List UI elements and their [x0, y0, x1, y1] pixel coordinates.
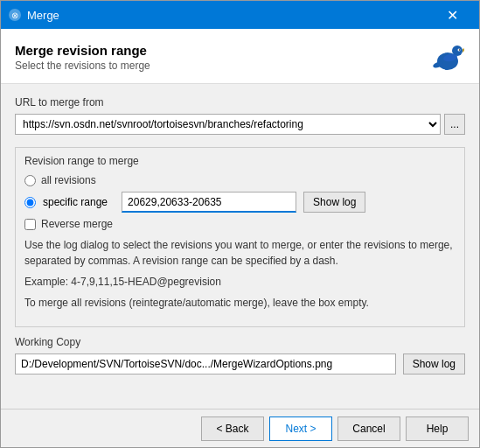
close-button[interactable]: ✕ [432, 1, 472, 29]
header-subtitle: Select the revisions to merge [15, 60, 150, 72]
revision-group-title: Revision range to merge [24, 155, 456, 167]
auto-merge-text: To merge all revisions (reintegrate/auto… [24, 295, 456, 311]
revision-range-input[interactable] [122, 192, 296, 213]
header-title: Merge revision range [15, 43, 150, 58]
working-copy-row: Show log [15, 354, 465, 374]
content-area: URL to merge from https://svn.osdn.net/s… [1, 84, 479, 409]
url-input[interactable]: https://svn.osdn.net/svnroot/tortoisesvn… [15, 114, 441, 135]
working-copy-label: Working Copy [15, 336, 465, 348]
url-browse-button[interactable]: ... [444, 114, 465, 135]
all-revisions-radio[interactable] [24, 175, 36, 186]
back-button[interactable]: < Back [201, 416, 264, 441]
titlebar: ⊗ Merge ✕ [1, 1, 479, 29]
svg-marker-4 [463, 47, 464, 52]
header-text: Merge revision range Select the revision… [15, 43, 150, 72]
window-title: Merge [27, 9, 432, 22]
help-button[interactable]: Help [406, 416, 469, 441]
header-banner: Merge revision range Select the revision… [1, 29, 479, 84]
url-row: https://svn.osdn.net/svnroot/tortoisesvn… [15, 114, 465, 135]
example-text: Example: 4-7,9,11,15-HEAD@pegrevision [24, 276, 456, 288]
tortoise-logo [430, 39, 465, 74]
working-copy-section: Working Copy Show log [15, 336, 465, 374]
url-label: URL to merge from [15, 96, 465, 108]
reverse-merge-label: Reverse merge [41, 218, 113, 230]
cancel-button[interactable]: Cancel [337, 416, 400, 441]
svg-point-6 [459, 49, 460, 50]
info-text: Use the log dialog to select the revisio… [24, 237, 456, 269]
working-copy-show-log-button[interactable]: Show log [403, 354, 465, 374]
app-icon: ⊗ [8, 8, 22, 22]
footer: < Back Next > Cancel Help [1, 409, 479, 447]
revision-group: Revision range to merge all revisions sp… [15, 147, 465, 327]
next-button[interactable]: Next > [269, 416, 332, 441]
specific-range-label: specific range [43, 196, 108, 208]
specific-range-row: specific range Show log [24, 192, 456, 213]
all-revisions-row: all revisions [24, 174, 456, 186]
merge-dialog: ⊗ Merge ✕ Merge revision range Select th… [0, 0, 480, 448]
reverse-merge-checkbox[interactable] [24, 219, 36, 230]
show-log-button[interactable]: Show log [303, 192, 365, 213]
specific-range-radio[interactable] [24, 197, 36, 208]
svg-text:⊗: ⊗ [11, 10, 18, 20]
reverse-merge-row: Reverse merge [24, 218, 456, 230]
working-copy-input[interactable] [15, 354, 396, 374]
all-revisions-label: all revisions [41, 174, 96, 186]
